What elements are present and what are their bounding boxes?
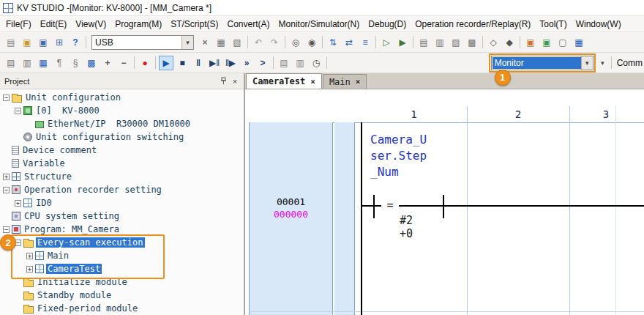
tree-item-ethernet-ip-r30000-dm10000[interactable]: EtherNet/IP R30000 DM10000	[0, 117, 244, 130]
memory-card-icon[interactable]: ▦	[572, 35, 586, 50]
tree-item-every-scan-execution[interactable]: −Every-scan execution	[0, 236, 244, 249]
protocol-studio-icon[interactable]: ▣	[539, 35, 554, 50]
step-over-icon[interactable]: ‖▶	[223, 56, 238, 70]
tree-expander-icon[interactable]: +	[15, 200, 21, 207]
cut-icon[interactable]: ×	[198, 35, 212, 50]
online-edit-icon[interactable]: ▤	[277, 56, 291, 70]
comment-display-icon[interactable]: ¶	[52, 56, 67, 70]
tab-close-icon[interactable]: ×	[356, 77, 361, 86]
tree-item-operation-recorder-setting[interactable]: −Operation recorder setting	[0, 183, 244, 196]
tree-item-program-mm-camera[interactable]: −Program: MM_Camera	[0, 223, 244, 236]
pause-icon[interactable]: ‖	[191, 56, 206, 70]
pin-icon[interactable]	[217, 75, 229, 87]
monitor-mode-icon[interactable]: ▷	[379, 35, 394, 50]
tree-item-main[interactable]: +Main	[0, 249, 244, 262]
fast-forward-icon[interactable]: »	[239, 56, 254, 70]
menu-item-monitor-simulator-n[interactable]: Monitor/Simulator(N)	[274, 18, 364, 31]
record-icon[interactable]: ●	[138, 56, 152, 70]
mode-option-dropdown-icon[interactable]: ▾	[596, 55, 609, 71]
usb-connection-select[interactable]: USB ▾	[91, 35, 194, 50]
tree-item-cpu-system-setting[interactable]: CPU system setting	[0, 210, 244, 223]
chevron-down-icon[interactable]: ▾	[181, 36, 193, 49]
tree-expander-icon[interactable]: −	[3, 94, 10, 101]
ladder-edit-icon[interactable]: ▦	[36, 56, 50, 70]
stop-icon[interactable]: ■	[175, 56, 190, 70]
tree-item-structure[interactable]: +Structure	[0, 170, 244, 183]
simulator-icon[interactable]: ▶	[395, 35, 410, 50]
tab-cameratest[interactable]: CameraTest×	[246, 73, 322, 89]
paste-icon[interactable]: ▧	[230, 35, 244, 50]
menu-item-view-v[interactable]: View(V)	[71, 18, 111, 31]
mail-settings-icon[interactable]: ▢	[555, 35, 570, 50]
label-editor-icon[interactable]: ▥	[433, 35, 447, 50]
transfer-from-plc-icon[interactable]: ⇄	[342, 35, 356, 50]
menu-item-operation-recorder-replay-r[interactable]: Operation recorder/Replay(R)	[411, 18, 535, 31]
plc-verify-icon[interactable]: ≡	[358, 35, 372, 50]
tree-expander-icon[interactable]: +	[26, 266, 33, 273]
main-area: CameraTest×Main× Camera_U ser.Step _Num …	[245, 73, 644, 315]
device-comment-icon[interactable]: ▤	[416, 35, 431, 50]
watch-window-icon[interactable]: ▩	[465, 35, 479, 50]
step-run-icon[interactable]: ▶‖	[207, 56, 222, 70]
output-window-icon[interactable]: ▥	[20, 56, 34, 70]
tree-item-fixed-period-module[interactable]: Fixed-period module	[0, 302, 244, 315]
tab-close-icon[interactable]: ×	[310, 77, 315, 86]
transfer-to-plc-icon[interactable]: ⇅	[326, 35, 340, 50]
close-icon[interactable]: ×	[229, 75, 241, 87]
tree-expander-icon[interactable]: −	[15, 108, 21, 114]
tree-item-cameratest[interactable]: +CameraTest	[0, 262, 244, 275]
copy-icon[interactable]: ▦	[214, 35, 228, 50]
open-project-icon[interactable]: ▣	[20, 35, 34, 50]
menu-item-window-w[interactable]: Window(W)	[572, 18, 626, 31]
monitor-run-icon[interactable]: ▶	[159, 56, 173, 70]
comparison-operator[interactable]: =	[381, 199, 399, 212]
device-usage-icon[interactable]: ◆	[502, 35, 517, 50]
comparison-argument-2[interactable]: +0	[366, 227, 446, 240]
comparison-argument-1[interactable]: #2	[366, 214, 446, 227]
tree-expander-icon[interactable]: −	[3, 226, 10, 233]
tree-item-unit-configuration[interactable]: −Unit configuration	[0, 91, 244, 104]
tab-main[interactable]: Main×	[323, 74, 367, 89]
zoom-out-icon[interactable]: −	[116, 56, 131, 70]
save-project-icon[interactable]: ▣	[36, 35, 50, 50]
label-display-icon[interactable]: §	[68, 56, 83, 70]
clock-icon[interactable]: ◷	[309, 56, 323, 70]
menu-item-debug-d[interactable]: Debug(D)	[364, 18, 411, 31]
tree-item-variable[interactable]: Variable	[0, 157, 244, 170]
tree-item-id0[interactable]: +ID0	[0, 196, 244, 210]
tree-item-device-comment[interactable]: Device comment	[0, 144, 244, 157]
new-file-icon[interactable]: ▤	[4, 35, 18, 50]
menu-item-convert-a[interactable]: Convert(A)	[223, 18, 274, 31]
project-window-icon[interactable]: ▤	[4, 56, 18, 70]
save-all-icon[interactable]: ⊞	[52, 35, 67, 50]
menu-item-file-f[interactable]: File(F)	[1, 18, 36, 31]
tree-expander-icon[interactable]: +	[3, 174, 10, 180]
device-monitor-icon[interactable]: ▩	[84, 56, 99, 70]
comparison-operand-text[interactable]: Camera_U ser.Step _Num	[370, 132, 427, 180]
search-icon[interactable]: ◎	[288, 35, 303, 50]
tree-item-unit-configuration-switching[interactable]: Unit configuration switching	[0, 130, 244, 144]
unit-editor-icon[interactable]: ▣	[523, 35, 538, 50]
tree-expander-icon[interactable]: +	[26, 253, 33, 259]
menu-item-tool-t[interactable]: Tool(T)	[535, 18, 571, 31]
replace-icon[interactable]: ◉	[304, 35, 319, 50]
continue-icon[interactable]: >	[255, 56, 270, 70]
zoom-in-icon[interactable]: +	[100, 56, 115, 70]
menu-item-program-m[interactable]: Program(M)	[111, 18, 166, 31]
help-icon[interactable]: ?	[68, 35, 83, 50]
tree-item-0-kv-8000[interactable]: −[0] KV-8000	[0, 104, 244, 117]
tree-expander-icon[interactable]: −	[3, 187, 10, 193]
undo-icon[interactable]: ↶	[251, 35, 266, 50]
mode-select[interactable]: Monitor ▾ 1	[491, 56, 594, 70]
tree-item-label: EtherNet/IP R30000 DM10000	[46, 119, 192, 129]
menu-item-edit-e[interactable]: Edit(E)	[36, 18, 72, 31]
occupy-icon[interactable]: ▥	[293, 56, 307, 70]
menu-item-st-script-s[interactable]: ST/Script(S)	[166, 18, 222, 31]
cross-reference-icon[interactable]: ◇	[486, 35, 501, 50]
chevron-down-icon[interactable]: ▾	[581, 56, 593, 70]
tree-item-standby-module[interactable]: Standby module	[0, 289, 244, 302]
tree-item-initialize-module[interactable]: Initialize module	[0, 275, 244, 289]
redo-icon[interactable]: ↷	[267, 35, 282, 50]
rung-line-number[interactable]: 00001	[249, 196, 333, 207]
sampling-trace-icon[interactable]: ▨	[449, 35, 463, 50]
